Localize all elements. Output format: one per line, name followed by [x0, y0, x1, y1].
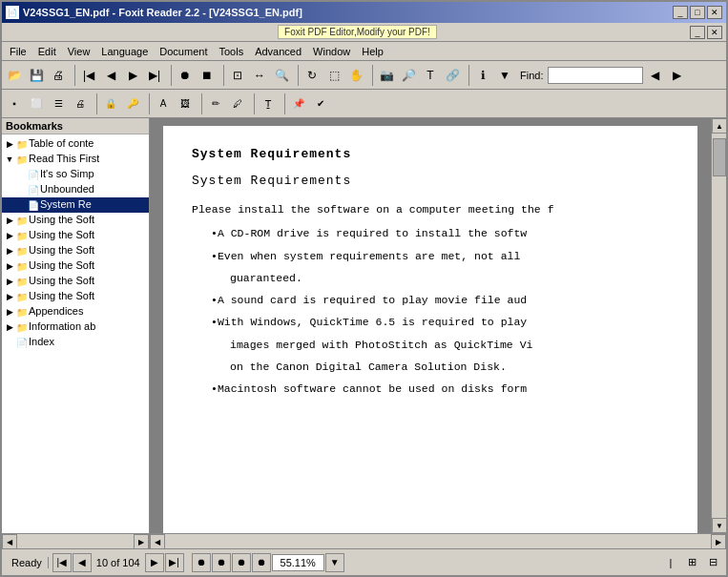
tb-first[interactable]: |◀: [78, 65, 99, 86]
tb-find-dropdown[interactable]: ▼: [494, 65, 515, 86]
pdf-scroll-left[interactable]: ◀: [150, 534, 165, 549]
tb-search[interactable]: 🔎: [398, 65, 419, 86]
tb2-b4[interactable]: 🖨: [70, 93, 91, 114]
find-label: Find:: [520, 70, 543, 81]
toggle-toc[interactable]: ▶: [4, 137, 15, 151]
tb-save[interactable]: 💾: [26, 65, 47, 86]
tb2-stamp[interactable]: 📌: [288, 93, 309, 114]
sidebar-item-simple[interactable]: 📄 It's so Simp: [2, 167, 149, 182]
tb-play[interactable]: ⏺: [175, 65, 196, 86]
menu-document[interactable]: Document: [154, 44, 213, 59]
ad-close-button[interactable]: ✕: [707, 26, 722, 39]
sidebar-htrack[interactable]: [17, 534, 134, 548]
pdf-htrack[interactable]: [165, 534, 711, 548]
zoom-play3[interactable]: ⏺: [232, 553, 251, 572]
menu-help[interactable]: Help: [356, 44, 389, 59]
sidebar-item-index[interactable]: 📄 Index: [2, 335, 149, 350]
tb-link[interactable]: 🔗: [442, 65, 463, 86]
find-prev[interactable]: ◀: [644, 65, 665, 86]
zoom-dropdown[interactable]: ▼: [325, 553, 344, 572]
tb-rotate[interactable]: ↻: [302, 65, 322, 86]
menu-edit[interactable]: Edit: [32, 44, 62, 59]
toggle-soft1[interactable]: ▶: [4, 214, 15, 227]
tb2-pen[interactable]: 🖊: [227, 93, 248, 114]
tb-fit-page[interactable]: ⊡: [227, 65, 248, 86]
nav-first[interactable]: |◀: [52, 553, 72, 572]
toggle-soft4[interactable]: ▶: [4, 259, 15, 273]
menu-window[interactable]: Window: [307, 44, 356, 59]
sidebar-item-readfirst[interactable]: ▼ 📁 Read This First: [2, 152, 149, 167]
toggle-readfirst[interactable]: ▼: [4, 153, 15, 166]
toggle-appendices[interactable]: ▶: [4, 305, 15, 319]
tb-last[interactable]: ▶|: [144, 65, 165, 86]
zoom-play[interactable]: ⏺: [192, 553, 211, 572]
toggle-soft6[interactable]: ▶: [4, 290, 15, 303]
menu-language[interactable]: Language: [95, 44, 154, 59]
sidebar-item-unbounded[interactable]: 📄 Unbounded: [2, 182, 149, 197]
tb-prev[interactable]: ◀: [100, 65, 121, 86]
sidebar-item-soft2[interactable]: ▶ 📁 Using the Soft: [2, 228, 149, 243]
sidebar-item-appendices[interactable]: ▶ 📁 Appendices: [2, 304, 149, 319]
zoom-play4[interactable]: ⏺: [252, 553, 271, 572]
tb2-b2[interactable]: ⬜: [26, 93, 47, 114]
pdf-scroll-right[interactable]: ▶: [711, 534, 726, 549]
sidebar-item-info[interactable]: ▶ 📁 Information ab: [2, 319, 149, 335]
tb-hand[interactable]: ✋: [345, 65, 366, 86]
nav-next-page[interactable]: ▶: [145, 553, 164, 572]
tb2-pencil[interactable]: ✏: [205, 93, 226, 114]
menu-view[interactable]: View: [62, 44, 96, 59]
menu-file[interactable]: File: [4, 44, 32, 59]
sidebar-item-soft5[interactable]: ▶ 📁 Using the Soft: [2, 274, 149, 289]
zoom-input[interactable]: 55.11%: [272, 554, 324, 571]
nav-last[interactable]: ▶|: [165, 553, 184, 572]
nav-prev[interactable]: ◀: [73, 553, 92, 572]
find-input[interactable]: [548, 67, 643, 84]
maximize-button[interactable]: □: [690, 6, 705, 19]
scroll-down-button[interactable]: ▼: [712, 518, 726, 533]
ad-minimize-button[interactable]: _: [690, 26, 705, 39]
tb-next[interactable]: ▶: [122, 65, 143, 86]
tb-fit-width[interactable]: ↔: [249, 65, 270, 86]
toggle-soft5[interactable]: ▶: [4, 275, 15, 288]
find-next[interactable]: ▶: [666, 65, 687, 86]
tb-stop[interactable]: ⏹: [197, 65, 218, 86]
tb-print[interactable]: 🖨: [48, 65, 69, 86]
tb2-lock[interactable]: 🔒: [100, 93, 121, 114]
menu-tools[interactable]: Tools: [213, 44, 249, 59]
sidebar-item-soft4[interactable]: ▶ 📁 Using the Soft: [2, 258, 149, 274]
scroll-track[interactable]: [712, 134, 726, 518]
tb2-t[interactable]: Ṯ: [258, 93, 279, 114]
ad-text[interactable]: Foxit PDF Editor,Modify your PDF!: [278, 25, 437, 39]
sidebar-header: Bookmarks: [2, 118, 149, 134]
menu-advanced[interactable]: Advanced: [249, 44, 307, 59]
tb-snapshot[interactable]: 📷: [376, 65, 397, 86]
sidebar-scroll-right[interactable]: ▶: [134, 534, 149, 549]
tb-typewriter[interactable]: T: [420, 65, 441, 86]
tb2-b3[interactable]: ☰: [48, 93, 69, 114]
tb-open[interactable]: 📂: [4, 65, 25, 86]
close-button[interactable]: ✕: [707, 6, 722, 19]
sidebar-item-sysreq[interactable]: 📄 System Re: [2, 197, 149, 213]
toggle-soft2[interactable]: ▶: [4, 229, 15, 242]
sidebar-item-soft1[interactable]: ▶ 📁 Using the Soft: [2, 213, 149, 228]
tb2-checkmark[interactable]: ✔: [310, 93, 331, 114]
tb2-unlock[interactable]: 🔑: [122, 93, 143, 114]
tb-zoom-out[interactable]: 🔍: [271, 65, 292, 86]
tb2-img[interactable]: 🖼: [175, 93, 196, 114]
ad-bar: Foxit PDF Editor,Modify your PDF! _ ✕: [2, 23, 726, 42]
tb-info[interactable]: ℹ: [472, 65, 493, 86]
sidebar-item-toc[interactable]: ▶ 📁 Table of conte: [2, 136, 149, 152]
toggle-info[interactable]: ▶: [4, 320, 15, 334]
scroll-up-button[interactable]: ▲: [712, 118, 726, 134]
toggle-soft3[interactable]: ▶: [4, 244, 15, 258]
pdf-scroll[interactable]: System Requirements System Requirements …: [150, 118, 711, 533]
sidebar-item-soft6[interactable]: ▶ 📁 Using the Soft: [2, 289, 149, 304]
tb2-b1[interactable]: ▪: [4, 93, 25, 114]
sidebar-item-soft3[interactable]: ▶ 📁 Using the Soft: [2, 243, 149, 258]
tb-select[interactable]: ⬚: [323, 65, 344, 86]
zoom-play2[interactable]: ⏺: [212, 553, 231, 572]
tb2-a[interactable]: A: [153, 93, 174, 114]
sidebar-scroll-left[interactable]: ◀: [2, 534, 17, 549]
scroll-thumb[interactable]: [713, 138, 726, 176]
minimize-button[interactable]: _: [673, 6, 688, 19]
